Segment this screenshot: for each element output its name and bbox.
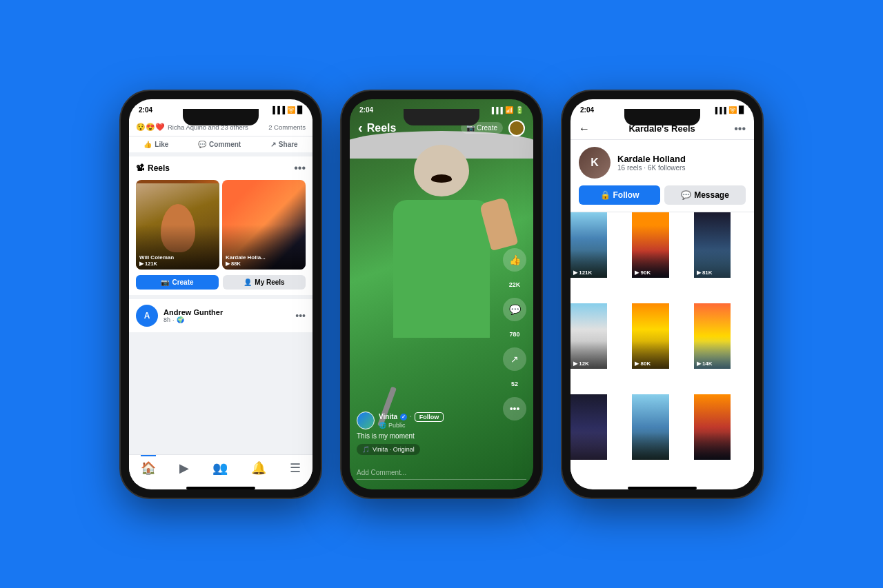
grid-thumb-1[interactable]: ▶ 121K	[571, 212, 607, 278]
more-button-3[interactable]: •••	[734, 123, 746, 135]
share-icon: ↗	[270, 141, 276, 148]
video-caption: This is my moment	[357, 432, 495, 440]
wifi-icon-3: 🛜	[728, 106, 737, 114]
post-time: 8h	[163, 316, 170, 323]
reel-1-label: Will Coleman ▶ 121K	[139, 254, 174, 267]
phones-container: 2:04 ▐▐▐ 🛜 ▉ 😯😍❤️ Richa Aquino and 23 ot…	[121, 91, 762, 498]
reel-2-label: Kardale Holla... ▶ 88K	[226, 254, 266, 267]
nav-groups[interactable]: 👥	[212, 460, 228, 476]
grid-label-6: ▶ 14K	[697, 361, 713, 367]
post-more-button[interactable]: •••	[295, 310, 306, 321]
comment-action[interactable]: 💬	[503, 298, 526, 321]
phone-1-time: 2:04	[139, 106, 152, 114]
more-action[interactable]: •••	[503, 397, 526, 420]
comment-button[interactable]: 💬 Comment	[198, 141, 241, 148]
reel-thumb-1[interactable]: Will Coleman ▶ 121K	[136, 180, 219, 270]
signal-icon-2: ▐▐▐	[490, 107, 503, 114]
phone-2-screen: 2:04 ▐▐▐ 📶 🔋 ‹ Reels 📷	[350, 99, 533, 489]
overlay-9	[694, 432, 731, 460]
camera-icon: 📷	[161, 278, 169, 286]
reels-title-text: Reels	[148, 163, 170, 173]
nav-home[interactable]: 🏠	[141, 455, 156, 476]
battery-icon: ▉	[297, 106, 303, 114]
signal-icon-3: ▐▐▐	[713, 107, 726, 114]
reels-actions: 📷 Create 👤 My Reels	[136, 275, 306, 290]
like-count: 22K	[509, 281, 521, 288]
post-privacy-icon: 🌍	[177, 316, 184, 323]
music-pill[interactable]: 🎵 Vinita · Original	[357, 444, 420, 455]
follow-button-video[interactable]: Follow	[415, 412, 444, 422]
share-action[interactable]: ↗	[503, 347, 526, 371]
phone-1: 2:04 ▐▐▐ 🛜 ▉ 😯😍❤️ Richa Aquino and 23 ot…	[121, 91, 321, 498]
like-action[interactable]: 👍	[503, 248, 526, 272]
grid-label-3: ▶ 81K	[697, 270, 713, 276]
side-actions: 👍 22K 💬 780 ↗ 52 •••	[503, 248, 526, 420]
reel-2-views: ▶ 88K	[226, 261, 266, 267]
post-info: Andrew Gunther 8h · 🌍	[163, 308, 290, 323]
reels-grid-3: ▶ 121K ▶ 90K ▶ 81K ▶ 12K	[571, 212, 754, 484]
reel-thumb-2[interactable]: Kardale Holla... ▶ 88K	[222, 180, 306, 270]
grid-thumb-4[interactable]: ▶ 12K	[571, 303, 607, 369]
share-button[interactable]: ↗ Share	[270, 141, 298, 148]
creator-sub: 🌐 Public	[379, 422, 444, 429]
battery-icon-3: ▉	[739, 106, 744, 114]
profile-user-info: Kardale Holland 16 reels · 6K followers	[617, 154, 686, 172]
share-count: 52	[511, 381, 518, 387]
video-bottom-info: Vinita ✓ · Follow 🌐 Public This is my mo	[357, 412, 495, 455]
post-user-name[interactable]: Andrew Gunther	[163, 308, 290, 316]
create-label: Create	[477, 124, 497, 132]
phone-2-notch	[404, 109, 479, 125]
grid-thumb-2[interactable]: ▶ 90K	[632, 212, 668, 278]
post-avatar: A	[136, 305, 158, 327]
creator-row: Vinita ✓ · Follow 🌐 Public	[357, 412, 495, 429]
comment-bar[interactable]: Add Comment...	[357, 469, 526, 480]
reels-header: 📽 Reels •••	[136, 162, 306, 174]
create-reel-button[interactable]: 📷 Create	[136, 275, 219, 290]
grid-thumb-9[interactable]	[694, 394, 731, 460]
creator-info: Vinita ✓ · Follow 🌐 Public	[379, 412, 444, 429]
creator-name: Vinita	[379, 413, 397, 420]
like-label: Like	[155, 141, 168, 148]
follow-btn-label: Follow	[613, 190, 639, 200]
grid-thumb-3[interactable]: ▶ 81K	[694, 212, 731, 278]
profile-user-meta: 16 reels · 6K followers	[617, 164, 686, 172]
nav-video[interactable]: ▶	[179, 460, 189, 476]
phone-1-screen: 2:04 ▐▐▐ 🛜 ▉ 😯😍❤️ Richa Aquino and 23 ot…	[129, 99, 312, 489]
profile-buttons: 🔒 Follow 💬 Message	[579, 185, 746, 205]
phone-3-content: K Kardale Holland 16 reels · 6K follower…	[571, 140, 754, 484]
comment-label: Comment	[209, 141, 241, 148]
phone-1-notch	[183, 109, 259, 125]
creator-avatar	[357, 412, 375, 429]
post-section: A Andrew Gunther 8h · 🌍 •••	[129, 299, 312, 332]
message-button-profile[interactable]: 💬 Message	[664, 185, 746, 205]
like-button[interactable]: 👍 Like	[143, 141, 168, 148]
back-button-3[interactable]: ←	[579, 123, 590, 135]
reels-icon: 📽	[136, 163, 144, 173]
phone-1-status-icons: ▐▐▐ 🛜 ▉	[270, 106, 303, 114]
comments-count[interactable]: 2 Comments	[268, 123, 306, 131]
profile-user-name: Kardale Holland	[617, 154, 686, 164]
music-label: Vinita · Original	[373, 446, 415, 453]
grid-thumb-8[interactable]	[632, 394, 668, 460]
home-indicator-3	[628, 487, 697, 489]
user-avatar-top[interactable]	[508, 120, 525, 136]
nav-menu[interactable]: ☰	[290, 460, 301, 476]
grid-thumb-7[interactable]	[571, 394, 607, 460]
back-button[interactable]: ‹	[358, 120, 363, 136]
nav-bell[interactable]: 🔔	[251, 460, 266, 476]
phone-3-time: 2:04	[580, 106, 594, 114]
phone-3-notch	[624, 109, 700, 125]
bottom-nav: 🏠 ▶ 👥 🔔 ☰	[129, 454, 312, 484]
phone-3-status-icons: ▐▐▐ 🛜 ▉	[713, 106, 744, 114]
grid-thumb-5[interactable]: ▶ 80K	[632, 303, 668, 369]
globe-icon: 🌐	[379, 422, 386, 429]
wifi-icon-2: 📶	[505, 106, 513, 114]
reels-section: 📽 Reels •••	[129, 156, 312, 295]
my-reels-button[interactable]: 👤 My Reels	[223, 275, 306, 290]
follow-button-profile[interactable]: 🔒 Follow	[579, 185, 660, 205]
grid-label-4: ▶ 12K	[573, 361, 589, 367]
grid-thumb-6[interactable]: ▶ 14K	[694, 303, 731, 369]
comment-placeholder: Add Comment...	[357, 469, 406, 476]
phone-3: 2:04 ▐▐▐ 🛜 ▉ ← Kardale's Reels •••	[562, 91, 762, 498]
reels-more-button[interactable]: •••	[294, 162, 306, 174]
